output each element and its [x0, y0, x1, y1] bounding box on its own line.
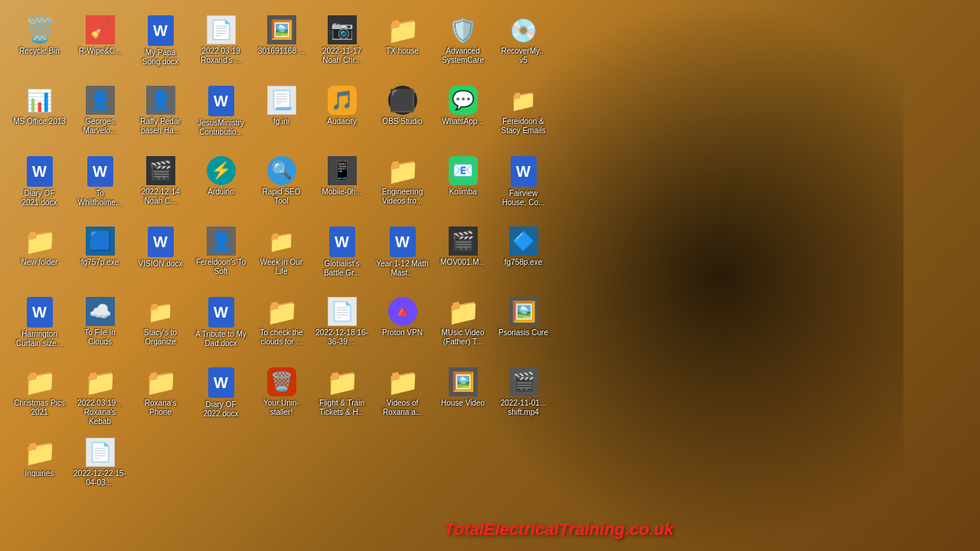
- icon-label-2022-12-14-noah: 2022.12.14 Noah C...: [134, 187, 187, 206]
- desktop-icon-tribute-to-my-dad[interactable]: WA Tribute to My Dad.docx: [193, 293, 249, 362]
- icon-image-tribute-to-my-dad: W: [208, 297, 234, 328]
- desktop-icon-2022-11-01-shift[interactable]: 🎬2022-11-01... shift.mp4: [495, 364, 551, 432]
- desktop-icon-advanced-systemcare[interactable]: 🛡️Advanced SystemCare: [435, 11, 491, 80]
- icon-image-fereidoons-to-soft: 👤: [207, 227, 236, 256]
- icon-image-obs-studio: ⬛: [388, 86, 417, 115]
- desktop-icon-recycle-bin[interactable]: 🗑️Recycle Bin: [11, 11, 67, 80]
- desktop-icon-diary-of-2022[interactable]: WDiary OF 2022.docx: [193, 364, 249, 432]
- desktop-icon-to-file-in-clouds[interactable]: ☁️To File In Clouds: [72, 293, 128, 362]
- icon-image-fg757p-exe: 🟦: [86, 227, 115, 256]
- desktop-icon-christmas-pics-2021[interactable]: 📁Christmas Pics 2021: [11, 364, 67, 432]
- icon-label-diary-of-2022: Diary OF 2022.docx: [194, 400, 247, 419]
- icon-image-301691168: 🖼️: [267, 15, 296, 44]
- desktop-icon-fereidoons-to-soft[interactable]: 👤Fereidoon's To Soft: [193, 223, 249, 292]
- icon-image-globalists-battle: W: [329, 227, 355, 257]
- desktop-icon-to-whilfholme[interactable]: WTo Whilfholme...: [72, 152, 128, 221]
- icon-image-georges-marvelo: 👤: [86, 86, 115, 115]
- desktop-icon-globalists-battle[interactable]: WGlobalist's Battle Gr...: [314, 223, 370, 292]
- icon-image-tx-house: 📁: [388, 15, 417, 44]
- desktop-icon-jesus-ministry[interactable]: WJesusMinistry Contributio...: [193, 82, 249, 151]
- icon-label-2022-11-01-shift: 2022-11-01... shift.mp4: [497, 399, 550, 417]
- desktop-icon-harrington-curtain[interactable]: WHarrington Curtain size...: [11, 293, 67, 362]
- icon-label-psoriasis-cure: Psoriasis Cure: [498, 328, 548, 337]
- icon-label-your-uninstaller: Your Unin-staller!: [255, 399, 308, 417]
- desktop-icon-music-video-father[interactable]: 📁MUsic Video (Father) T...: [435, 293, 491, 362]
- desktop-icon-new-folder[interactable]: 📁New folder: [11, 223, 67, 292]
- desktop-icon-my-papa[interactable]: WMy Papa Song.docx: [132, 11, 188, 80]
- desktop-icon-your-uninstaller[interactable]: 🗑️Your Unin-staller!: [253, 364, 309, 432]
- desktop-icon-year-1-12-math[interactable]: WYear 1-12 Math Mast...: [374, 223, 430, 292]
- desktop-icon-fereidoon-stacy[interactable]: 📁Fereidoon & Stacy Emails: [495, 82, 551, 151]
- desktop-icon-301691168[interactable]: 🖼️301691168 ...: [253, 11, 309, 80]
- icon-label-proton-vpn: Proton VPN: [382, 328, 423, 337]
- desktop-icon-ms-office-2013[interactable]: 📊MS Office 2013: [11, 82, 67, 151]
- desktop-icon-obs-studio[interactable]: ⬛OBS Studio: [374, 82, 430, 151]
- desktop-icon-to-check-the-clouds[interactable]: 📁To check the clouds for ...: [253, 293, 309, 362]
- icon-label-jesus-ministry: JesusMinistry Contributio...: [194, 119, 247, 137]
- desktop-icon-vision-docx[interactable]: WVISION.docx: [132, 223, 188, 292]
- icon-image-diary-of-2022: W: [208, 367, 234, 398]
- desktop-icon-proton-vpn[interactable]: 🔺Proton VPN: [374, 293, 430, 362]
- desktop-icon-tx-house[interactable]: 📁TX house: [374, 11, 430, 80]
- icon-image-jesus-ministry: W: [208, 86, 234, 116]
- desktop-icon-georges-marvelo[interactable]: 👤Georges Marvelo...: [72, 82, 128, 151]
- desktop-icon-2022-03-19-kebab[interactable]: 📁2022.03.19... Roxana's Kebab: [72, 364, 128, 432]
- icon-label-2022-03-19-kebab: 2022.03.19... Roxana's Kebab: [74, 399, 126, 426]
- desktop-icon-fg757p-exe[interactable]: 🟦fg757p.exe: [72, 223, 128, 292]
- desktop-icon-rapid-seo[interactable]: 🔍Rapid SEO Tool: [253, 152, 309, 221]
- desktop-icon-kolimba[interactable]: 📧Kolimba: [435, 152, 491, 221]
- desktop-icon-week-in-our-life[interactable]: 📁Week in Our Life: [253, 223, 309, 292]
- desktop-icon-2022-03-19-roxana[interactable]: 📄2022.03.19 Roxand's ...: [193, 11, 249, 80]
- desktop-icon-arduino[interactable]: ⚡Arduino: [193, 152, 249, 221]
- icon-image-fereidoon-stacy: 📁: [509, 86, 538, 115]
- icon-label-2022-12-18: 2022-12-18 16-36-39....: [315, 328, 368, 347]
- icon-image-house-video: 🖼️: [449, 367, 478, 396]
- icon-image-harrington-curtain: W: [27, 297, 53, 328]
- icon-image-psoriasis-cure: 🖼️: [509, 297, 538, 326]
- desktop-icon-mobile-0h[interactable]: 📱Mobile-0h...: [314, 152, 370, 221]
- desktop-icon-roxanas-phone[interactable]: 📁Roxana's Phone: [132, 364, 188, 432]
- desktop-icon-2022-11-17-noah[interactable]: 📷2022-11-17 Noah Chr...: [314, 11, 370, 80]
- icon-label-301691168: 301691168 ...: [258, 47, 305, 56]
- icon-image-2022-11-01-shift: 🎬: [509, 367, 538, 396]
- desktop-icon-house-video[interactable]: 🖼️House Video: [435, 364, 491, 432]
- icon-label-2022-12-22: 2022-12-22 15-04-03....: [74, 469, 126, 487]
- icon-label-raffy-pedar: Raffy Pedar baseh Ha...: [134, 117, 187, 135]
- desktop-icon-fairview-house[interactable]: WFairview House, Co...: [495, 152, 551, 221]
- desktop-icon-audacity[interactable]: 🎵Audacity: [314, 82, 370, 151]
- icon-image-videos-of-roxana: 📁: [388, 367, 417, 396]
- desktop-icon-2022-12-22[interactable]: 📄2022-12-22 15-04-03....: [72, 434, 128, 503]
- icon-image-to-check-the-clouds: 📁: [267, 297, 296, 326]
- icon-label-rapid-seo: Rapid SEO Tool: [255, 187, 308, 206]
- desktop-icon-raffy-pedar[interactable]: 👤Raffy Pedar baseh Ha...: [132, 82, 188, 151]
- icon-image-christmas-pics-2021: 📁: [25, 367, 54, 396]
- desktop-icon-mov001-m[interactable]: 🎬MOV001.M...: [435, 223, 491, 292]
- desktop-icon-videos-of-roxana[interactable]: 📁Videos of Roxana a...: [374, 364, 430, 432]
- icon-image-2022-12-18: 📄: [328, 297, 357, 326]
- icon-image-inquiries: 📁: [25, 438, 54, 467]
- desktop-icon-inquiries[interactable]: 📁Inquiries: [11, 434, 67, 503]
- desktop-icon-fg758p-exe[interactable]: 🔷fg758p.exe: [495, 223, 551, 292]
- desktop-icon-2022-12-18[interactable]: 📄2022-12-18 16-36-39....: [314, 293, 370, 362]
- desktop-icon-psoriasis-cure[interactable]: 🖼️Psoriasis Cure: [495, 293, 551, 362]
- icon-image-recycle-bin: 🗑️: [25, 15, 54, 44]
- desktop-icon-engineering-videos[interactable]: 📁Engineering Videos fro...: [374, 152, 430, 221]
- icon-image-recovermy: 💿: [509, 15, 538, 44]
- desktop-icon-stacys-to-organize[interactable]: 📁Stacy's to Organize: [132, 293, 188, 362]
- desktop-icon-recovermy[interactable]: 💿RecoverMy... v5: [495, 11, 551, 80]
- icon-label-year-1-12-math: Year 1-12 Math Mast...: [376, 259, 429, 278]
- icon-image-2022-03-19-roxana: 📄: [207, 15, 236, 44]
- desktop-icon-diary-of-2021[interactable]: WDiary OF 2021.docx: [11, 152, 67, 221]
- desktop-icon-flight-train[interactable]: 📁Flight & Train Tickets & H...: [314, 364, 370, 432]
- desktop-icon-fg-ini[interactable]: 📃fg.ini: [253, 82, 309, 151]
- icon-label-videos-of-roxana: Videos of Roxana a...: [376, 399, 429, 417]
- icon-image-vision-docx: W: [148, 227, 174, 257]
- desktop-icon-r-wipe[interactable]: 🧹R-Wipe&C...: [72, 11, 128, 80]
- desktop-icon-whatsapp[interactable]: 💬WhatsApp...: [435, 82, 491, 151]
- icon-image-roxanas-phone: 📁: [146, 367, 175, 396]
- icon-label-ms-office-2013: MS Office 2013: [13, 117, 66, 126]
- icon-label-roxanas-phone: Roxana's Phone: [134, 399, 187, 417]
- icon-label-fereidoon-stacy: Fereidoon & Stacy Emails: [497, 117, 550, 135]
- icon-image-advanced-systemcare: 🛡️: [449, 15, 478, 44]
- desktop-icon-2022-12-14-noah[interactable]: 🎬2022.12.14 Noah C...: [132, 152, 188, 221]
